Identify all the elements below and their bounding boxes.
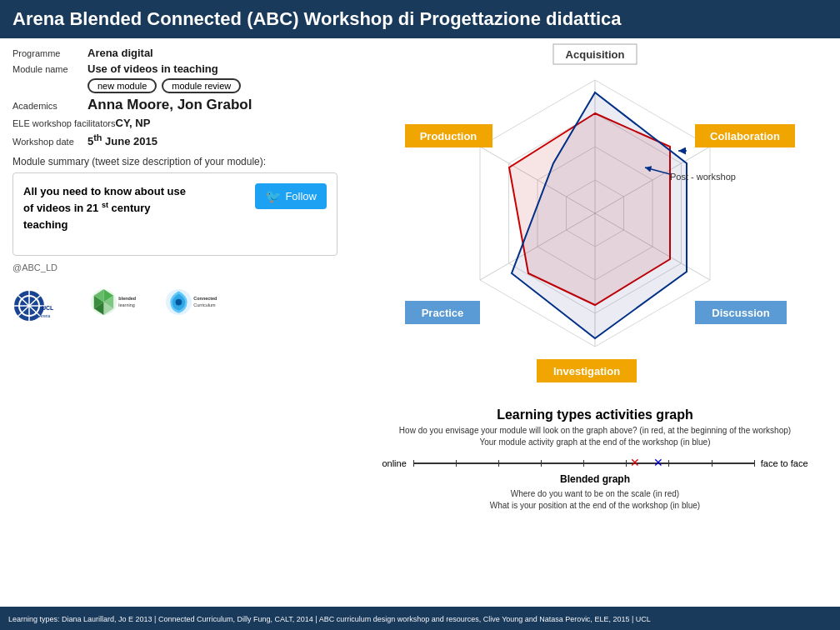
tweet-text: All you need to know about use of videos… — [23, 183, 247, 232]
module-type-options: new module module review — [88, 78, 241, 93]
page-title: Arena Blended Connected (ABC) Workshop d… — [12, 8, 622, 29]
facilitators-label: ELE workshop facilitators — [12, 118, 116, 128]
tweet-box: All you need to know about use of videos… — [12, 172, 338, 256]
svg-text:Acquisition: Acquisition — [566, 48, 625, 61]
scale-face-label: face to face — [761, 458, 808, 468]
module-name-row: Module name Use of videos in teaching — [12, 62, 338, 75]
programme-value: Arena digital — [88, 47, 153, 59]
svg-text:Discussion: Discussion — [712, 307, 769, 319]
learning-types-title: Learning types activities graph — [358, 408, 832, 422]
svg-text:Investigation: Investigation — [553, 365, 620, 378]
svg-text:Post - workshop: Post - workshop — [670, 172, 736, 182]
academics-row: Academics Anna Moore, Jon Grabol — [12, 97, 338, 113]
radar-chart-container: Acquisition Production Collaboration Pos… — [358, 42, 832, 401]
module-type-label — [12, 81, 88, 91]
red-marker: ✕ — [630, 456, 640, 469]
follow-label: Follow — [285, 190, 317, 202]
programme-label: Programme — [12, 48, 88, 58]
blended-graph-section: online ✕ ✕ face to fac — [358, 455, 832, 512]
academics-value: Anna Moore, Jon Grabol — [88, 97, 252, 113]
follow-button[interactable]: 🐦 Follow — [255, 183, 327, 209]
footer-bar: Learning types: Diana Laurillard, Jo E 2… — [0, 607, 840, 630]
module-name-value: Use of videos in teaching — [88, 62, 218, 75]
svg-text:Connected: Connected — [193, 297, 217, 302]
scale-online-label: online — [382, 458, 406, 468]
programme-row: Programme Arena digital — [12, 47, 338, 59]
radar-chart-svg: Acquisition Production Collaboration Pos… — [358, 42, 832, 401]
page-header: Arena Blended Connected (ABC) Workshop d… — [0, 0, 840, 38]
blended-scale: online ✕ ✕ face to fac — [382, 458, 808, 468]
svg-point-12 — [176, 299, 182, 306]
logos-row: UCL Arena blended learning — [12, 281, 338, 327]
svg-text:Collaboration: Collaboration — [710, 130, 780, 142]
scale-bar: ✕ ✕ — [413, 462, 754, 464]
svg-text:Production: Production — [420, 130, 478, 142]
right-panel: Acquisition Production Collaboration Pos… — [350, 38, 840, 607]
academics-label: Academics — [12, 101, 88, 111]
abc-handle: @ABC_LD — [12, 262, 338, 272]
blue-marker: ✕ — [653, 456, 663, 469]
facilitators-row: ELE workshop facilitators CY, NP — [12, 117, 338, 129]
workshop-date-value: 5th June 2015 — [88, 132, 158, 148]
svg-text:Arena: Arena — [39, 313, 51, 318]
svg-text:Curriculum: Curriculum — [193, 302, 216, 308]
learning-types-description: How do you envisage your module will loo… — [358, 425, 832, 448]
left-panel: Programme Arena digital Module name Use … — [0, 38, 350, 607]
svg-marker-26 — [512, 92, 687, 338]
svg-text:UCL: UCL — [42, 305, 54, 311]
svg-text:Practice: Practice — [422, 307, 464, 319]
blended-questions: Where do you want to be on the scale (in… — [490, 488, 700, 512]
workshop-date-label: Workshop date — [12, 137, 88, 147]
ucl-arena-logo: UCL Arena — [12, 281, 71, 327]
blended-title: Blended graph — [560, 473, 630, 485]
svg-text:blended: blended — [118, 297, 136, 302]
module-type-row: new module module review — [12, 78, 338, 93]
new-module-badge[interactable]: new module — [88, 78, 157, 93]
footer-text: Learning types: Diana Laurillard, Jo E 2… — [8, 615, 651, 623]
workshop-date-row: Workshop date 5th June 2015 — [12, 132, 338, 148]
facilitators-value: CY, NP — [116, 117, 151, 129]
connected-curriculum-logo: Connected Curriculum — [162, 281, 221, 327]
module-review-badge[interactable]: module review — [162, 78, 241, 93]
blended-learning-logo: blended learning — [88, 281, 146, 327]
summary-label: Module summary (tweet size description o… — [12, 156, 338, 168]
module-name-label: Module name — [12, 64, 88, 74]
twitter-bird-icon: 🐦 — [265, 188, 282, 204]
svg-text:learning: learning — [118, 302, 134, 308]
